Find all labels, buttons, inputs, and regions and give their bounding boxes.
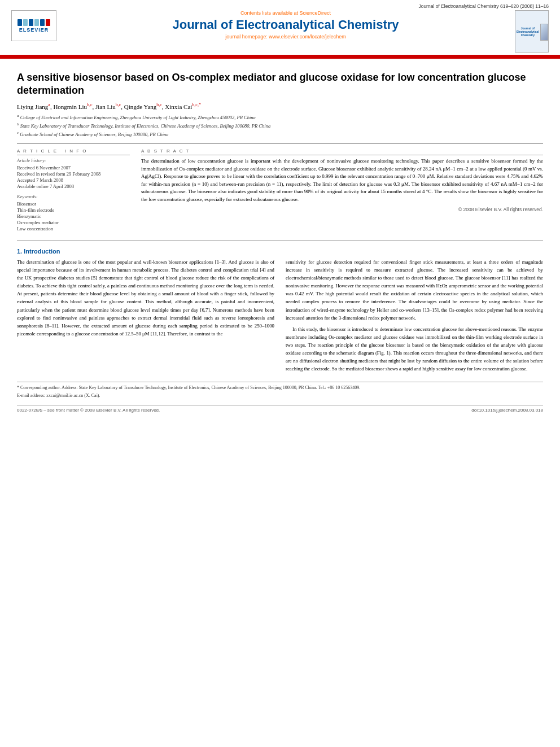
- keyword-3: Bienzymatic: [17, 213, 130, 219]
- keywords-list: Biosensor Thin-film electrode Bienzymati…: [17, 201, 130, 231]
- issn-line: 0022-0728/$ – see front matter © 2008 El…: [17, 408, 160, 413]
- article-info-abstract-section: A R T I C L E I N F O Article history: R…: [17, 148, 543, 236]
- intro-para-3: In this study, the biosensor is introduc…: [286, 325, 543, 373]
- intro-title: 1. Introduction: [17, 248, 543, 255]
- journal-center-info: Contents lists available at ScienceDirec…: [56, 10, 515, 40]
- article-info-column: A R T I C L E I N F O Article history: R…: [17, 148, 130, 236]
- journal-header: Journal of Electroanalytical Chemistry 6…: [0, 0, 560, 56]
- email-note: E-mail address: xxcai@mail.ie.ac.cn (X. …: [17, 392, 543, 399]
- abstract-text: The determination of low concentration g…: [141, 158, 543, 203]
- keyword-4: Os-complex mediator: [17, 220, 130, 225]
- stripe6: [46, 19, 50, 26]
- keywords-title: Keywords:: [17, 194, 130, 199]
- intro-para-1: The determination of glucose is one of t…: [17, 258, 274, 338]
- article-info-label: A R T I C L E I N F O: [17, 148, 130, 155]
- article-title: A sensitive biosensor based on Os-comple…: [17, 71, 543, 98]
- stripe3: [29, 19, 33, 26]
- header-top-bar: ELSEVIER Contents lists available at Sci…: [11, 10, 549, 53]
- thumb-image: [540, 24, 548, 41]
- journal-title: Journal of Electroanalytical Chemistry: [62, 18, 509, 32]
- intro-body-columns: The determination of glucose is one of t…: [17, 258, 543, 376]
- stripe5: [40, 19, 45, 26]
- available-date: Available online 7 April 2008: [17, 184, 130, 189]
- keyword-5: Low concentration: [17, 226, 130, 231]
- journal-homepage: journal homepage: www.elsevier.com/locat…: [62, 34, 509, 40]
- doi-line: doi:10.1016/j.jelechem.2008.03.018: [471, 408, 543, 413]
- intro-col-left: The determination of glucose is one of t…: [17, 258, 274, 376]
- intro-para-2: sensitivity for glucose detection requir…: [286, 258, 543, 322]
- article-history-block: Article history: Received 6 November 200…: [17, 158, 130, 189]
- body-divider: [17, 241, 543, 241]
- accepted-date: Accepted 7 March 2008: [17, 177, 130, 183]
- article-history-title: Article history:: [17, 158, 130, 163]
- abstract-label: A B S T R A C T: [141, 148, 543, 155]
- elsevier-logo: ELSEVIER: [11, 10, 56, 41]
- bottom-bar: 0022-0728/$ – see front matter © 2008 El…: [17, 405, 543, 413]
- copyright-line: © 2008 Elsevier B.V. All rights reserved…: [141, 207, 543, 212]
- stripe1: [18, 19, 22, 26]
- journal-thumbnail: Journal ofElectroanalyticalChemistry: [515, 10, 549, 53]
- journal-ref-text: Journal of Electroanalytical Chemistry 6…: [418, 3, 549, 9]
- revised-date: Received in revised form 29 February 200…: [17, 171, 130, 177]
- corresponding-author-note: * Corresponding author. Address: State K…: [17, 385, 543, 391]
- introduction-section: 1. Introduction The determination of glu…: [17, 248, 543, 376]
- stripe4: [34, 19, 39, 26]
- affiliations: a College of Electrical and Information …: [17, 113, 543, 138]
- keyword-2: Thin-film electrode: [17, 207, 130, 213]
- received-date: Received 6 November 2007: [17, 165, 130, 171]
- elsevier-wordmark: ELSEVIER: [19, 27, 49, 33]
- journal-reference: Journal of Electroanalytical Chemistry 6…: [11, 2, 549, 10]
- sciencedirect-link: Contents lists available at ScienceDirec…: [62, 10, 509, 16]
- keywords-block: Keywords: Biosensor Thin-film electrode …: [17, 194, 130, 231]
- stripe2: [23, 19, 28, 26]
- intro-col-right: sensitivity for glucose detection requir…: [286, 258, 543, 376]
- authors-line: Liying Jianga, Hongmin Liub,c, Jian Liub…: [17, 102, 543, 110]
- main-content: A sensitive biosensor based on Os-comple…: [0, 59, 560, 418]
- keyword-1: Biosensor: [17, 201, 130, 207]
- header-divider: [17, 143, 543, 144]
- elsevier-stripes: [18, 19, 50, 26]
- footnote-area: * Corresponding author. Address: State K…: [17, 382, 543, 399]
- abstract-column: A B S T R A C T The determination of low…: [141, 148, 543, 236]
